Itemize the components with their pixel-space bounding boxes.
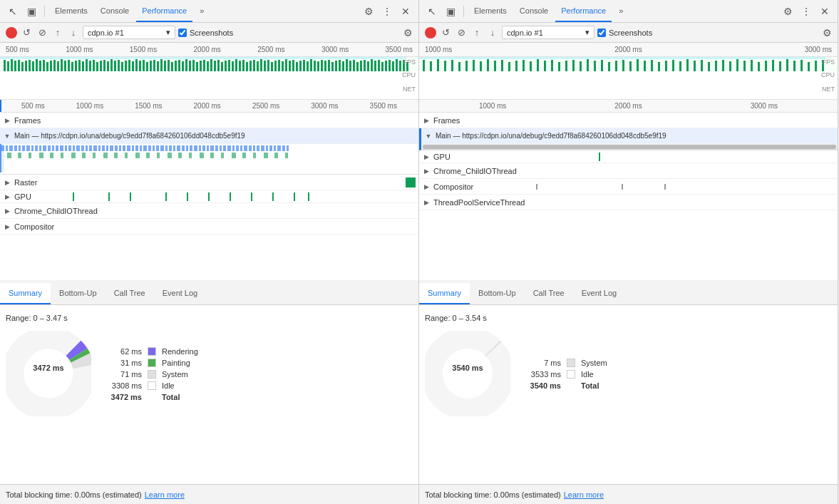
main-track-right[interactable]: ▼ Main — https://cdpn.io/una/debug/c9edd… [419, 128, 838, 150]
svg-rect-240 [473, 60, 475, 71]
tab-calltree-left[interactable]: Call Tree [105, 283, 154, 304]
svg-rect-196 [114, 153, 118, 158]
gear-icon-left[interactable]: ⚙ [360, 3, 377, 20]
tab-more-left[interactable]: » [194, 0, 210, 22]
childio-arrow-right[interactable]: ▶ [422, 167, 431, 175]
svg-rect-5 [18, 60, 20, 71]
gpu-arrow-right[interactable]: ▶ [422, 153, 431, 161]
childio-track-right[interactable]: ▶ Chrome_ChildIOThread [419, 163, 838, 179]
compositor-track-left[interactable]: ▶ Compositor [0, 219, 418, 235]
svg-rect-34 [121, 62, 123, 71]
main-track-header-left[interactable]: ▼ Main — https://cdpn.io/una/debug/c9edd… [0, 128, 418, 144]
main-hscroll-right[interactable] [421, 144, 838, 150]
svg-rect-95 [339, 60, 341, 71]
learn-more-right[interactable]: Learn more [564, 490, 604, 499]
tab-elements-right[interactable]: Elements [468, 0, 513, 22]
compositor-arrow-left[interactable]: ▶ [3, 222, 11, 231]
tab-more-right[interactable]: » [613, 0, 629, 22]
svg-rect-203 [189, 153, 192, 158]
gpu-arrow-left[interactable]: ▶ [3, 192, 11, 201]
gpu-track-right[interactable]: ▶ GPU [419, 150, 838, 163]
svg-rect-23 [82, 61, 84, 71]
import-button-left[interactable]: ↑ [51, 26, 64, 39]
tab-performance-left[interactable]: Performance [136, 0, 192, 22]
url-box-right[interactable]: cdpn.io #1 ▾ [502, 26, 594, 39]
frames-arrow-right[interactable]: ▶ [422, 116, 431, 125]
tab-eventlog-right[interactable]: Event Log [573, 283, 626, 304]
tab-console-left[interactable]: Console [95, 0, 135, 22]
dock-icon-right[interactable]: ▣ [442, 3, 459, 20]
main-arrow-left[interactable]: ▼ [3, 132, 11, 140]
right-overview[interactable]: FPS CPU NET [419, 57, 838, 100]
svg-rect-239 [465, 61, 468, 71]
more-icon-right[interactable]: ⋮ [798, 3, 815, 20]
svg-rect-89 [317, 61, 319, 71]
svg-rect-284 [786, 59, 788, 71]
gpu-track-left[interactable]: ▶ GPU [0, 190, 418, 203]
frames-track-right[interactable]: ▶ Frames [419, 113, 838, 128]
url-box-left[interactable]: cdpn.io #1 ▾ [83, 26, 175, 39]
svg-rect-283 [779, 61, 781, 71]
childio-track-left[interactable]: ▶ Chrome_ChildIOThread [0, 203, 418, 219]
svg-rect-135 [76, 145, 80, 151]
left-tracks-area[interactable]: ▶ Frames ▼ Main — https://cdpn.io/una/de… [0, 113, 418, 280]
compositor-arrow-right[interactable]: ▶ [422, 182, 431, 191]
svg-rect-124 [31, 145, 34, 151]
svg-rect-236 [444, 61, 446, 71]
threadpool-arrow-right[interactable]: ▶ [422, 198, 431, 207]
threadpool-track-right[interactable]: ▶ ThreadPoolServiceThread [419, 195, 838, 210]
close-icon-right[interactable]: ✕ [816, 3, 833, 20]
export-button-left[interactable]: ↓ [67, 26, 80, 39]
settings-icon-left[interactable]: ⚙ [403, 27, 413, 38]
record-button-left[interactable] [6, 27, 17, 38]
cursor-icon[interactable]: ↖ [4, 3, 21, 20]
left-overview[interactable]: CPU NET FPS [0, 57, 418, 100]
svg-rect-163 [194, 145, 197, 151]
frames-track-left[interactable]: ▶ Frames [0, 113, 418, 128]
main-hscroll-thumb-right[interactable] [423, 145, 836, 149]
cursor-icon-right[interactable]: ↖ [423, 3, 441, 20]
right-summary-content: 3540 ms 7 ms System 3533 ms Idle [425, 331, 832, 418]
tab-performance-right[interactable]: Performance [555, 0, 612, 22]
reload-button-right[interactable]: ↺ [439, 26, 452, 39]
record-button-right[interactable] [425, 27, 436, 38]
screenshots-toggle-right[interactable]: Screenshots [597, 29, 652, 37]
compositor-track-right[interactable]: ▶ Compositor [419, 179, 838, 195]
learn-more-left[interactable]: Learn more [145, 490, 185, 499]
tab-summary-right[interactable]: Summary [419, 283, 470, 304]
tab-calltree-right[interactable]: Call Tree [525, 283, 573, 304]
svg-rect-32 [114, 61, 116, 71]
main-arrow-right[interactable]: ▼ [424, 132, 433, 140]
tab-summary-left[interactable]: Summary [0, 283, 51, 304]
svg-rect-85 [303, 60, 305, 71]
screenshots-toggle-left[interactable]: Screenshots [178, 29, 233, 37]
gear-icon-right[interactable]: ⚙ [779, 3, 796, 20]
raster-track-left[interactable]: ▶ Raster [0, 175, 418, 190]
svg-rect-253 [565, 61, 567, 71]
svg-rect-200 [157, 153, 160, 158]
more-icon-left[interactable]: ⋮ [379, 3, 396, 20]
main-track-left[interactable]: ▼ Main — https://cdpn.io/una/debug/c9edd… [0, 128, 418, 175]
export-button-right[interactable]: ↓ [486, 26, 499, 39]
svg-rect-209 [253, 153, 256, 158]
raster-arrow-left[interactable]: ▶ [3, 178, 11, 187]
tab-elements-left[interactable]: Elements [49, 0, 93, 22]
tab-eventlog-left[interactable]: Event Log [154, 283, 207, 304]
right-tracks-area[interactable]: ▶ Frames ▼ Main — https://cdpn.io/una/de… [419, 113, 838, 280]
tab-bottomup-left[interactable]: Bottom-Up [51, 283, 105, 304]
frames-arrow-left[interactable]: ▶ [3, 116, 11, 125]
clear-button-right[interactable]: ⊘ [455, 26, 468, 39]
import-button-right[interactable]: ↑ [470, 26, 483, 39]
gpu-chart-right [456, 152, 741, 162]
dock-icon[interactable]: ▣ [23, 3, 40, 20]
childio-arrow-left[interactable]: ▶ [3, 207, 11, 215]
reload-button-left[interactable]: ↺ [20, 26, 33, 39]
tab-bottomup-right[interactable]: Bottom-Up [470, 283, 525, 304]
clear-button-left[interactable]: ⊘ [36, 26, 48, 39]
svg-rect-108 [385, 61, 387, 71]
tab-console-right[interactable]: Console [514, 0, 554, 22]
main-track-header-right[interactable]: ▼ Main — https://cdpn.io/una/debug/c9edd… [421, 128, 838, 144]
settings-icon-right[interactable]: ⚙ [823, 27, 832, 38]
close-icon-left[interactable]: ✕ [397, 3, 414, 20]
left-time-ruler-2: 500 ms 1000 ms 1500 ms 2000 ms 2500 ms 3… [0, 100, 418, 113]
